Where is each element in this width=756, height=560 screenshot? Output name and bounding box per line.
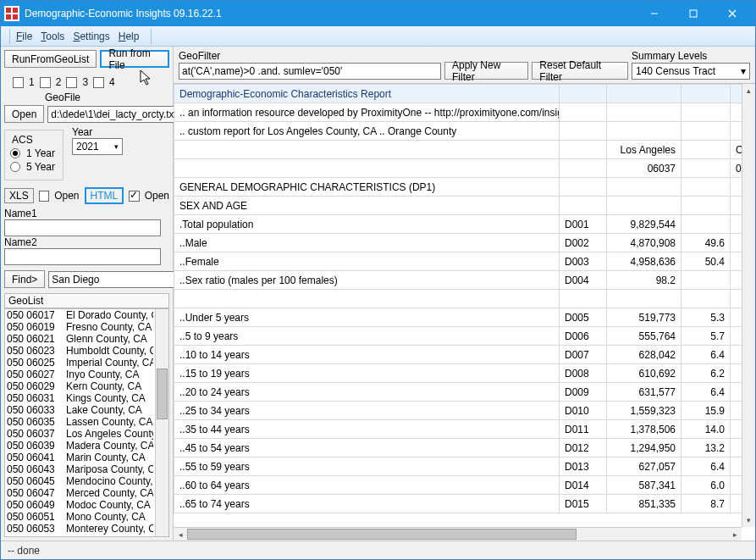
geolist-row[interactable]: 050 06055Napa County, CA [5, 535, 155, 536]
row-code: D003 [560, 252, 607, 271]
grid-row[interactable]: ..5 to 9 yearsD006555,7645.7 [174, 327, 756, 346]
grid-row[interactable] [174, 290, 756, 308]
grid-vertical-scrollbar[interactable]: ▴▾ [742, 84, 755, 527]
find-button[interactable]: Find> [4, 270, 45, 288]
xls-button[interactable]: XLS [4, 188, 34, 203]
geolist[interactable]: 050 06017El Dorado County, CA050 06019Fr… [4, 308, 169, 537]
row-code: D015 [560, 495, 607, 513]
grid-row[interactable]: ..25 to 34 yearsD0101,559,32315.9 [174, 402, 756, 420]
grid-row[interactable]: ..MaleD0024,870,90849.61, [174, 234, 756, 252]
grid-row[interactable]: ..55 to 59 yearsD013627,0576.4 [174, 457, 756, 476]
row-label [174, 290, 560, 308]
col-header-la: Los Angeles [607, 141, 682, 159]
geolist-row[interactable]: 050 06033Lake County, CA [5, 404, 155, 416]
row-label: ..Under 5 years [174, 308, 560, 327]
menu-file[interactable]: File [16, 30, 32, 42]
grid-row[interactable]: ..45 to 54 yearsD0121,294,95013.2 [174, 439, 756, 457]
acs-1year-radio[interactable] [10, 148, 20, 158]
geolist-row[interactable]: 050 06041Marin County, CA [5, 452, 155, 463]
close-button[interactable] [713, 1, 752, 26]
year-label: Year [72, 126, 123, 138]
row-label: ..65 to 74 years [174, 495, 560, 513]
grid-row[interactable]: .Total populationD0019,829,5443, [174, 215, 756, 234]
row-value-1: 555,764 [607, 327, 682, 346]
menu-tools[interactable]: Tools [41, 30, 64, 42]
row-code: D013 [560, 457, 607, 476]
open-geofile-button[interactable]: Open [4, 105, 44, 123]
grid-row[interactable]: ..60 to 64 yearsD014587,3416.0 [174, 476, 756, 495]
apply-filter-button[interactable]: Apply New Filter [444, 62, 528, 80]
row-value-1: 631,577 [607, 383, 682, 402]
geolist-code: 050 06055 [7, 535, 66, 536]
geolist-row[interactable]: 050 06049Modoc County, CA [5, 499, 155, 511]
name2-input[interactable] [4, 248, 161, 265]
geolist-row[interactable]: 050 06031Kings County, CA [5, 392, 155, 404]
grid-row[interactable]: ..Under 5 yearsD005519,7735.3 [174, 308, 756, 327]
html-button[interactable]: HTML [85, 187, 124, 204]
geolist-row[interactable]: 050 06035Lassen County, CA [5, 416, 155, 428]
row-label: ..Sex ratio (males per 100 females) [174, 271, 560, 290]
grid-row[interactable]: ..FemaleD0034,958,63650.41, [174, 252, 756, 271]
geofile-path-input[interactable] [47, 106, 181, 123]
acs-5year-radio[interactable] [10, 162, 20, 172]
run-from-file-button[interactable]: Run from File [100, 50, 169, 68]
find-input[interactable] [48, 271, 182, 288]
scroll-right-icon[interactable]: ▸ [728, 530, 742, 539]
geolist-code: 050 06031 [7, 392, 66, 404]
geolist-row[interactable]: 050 06053Monterey County, CA [5, 523, 155, 535]
row-value-1: 627,057 [607, 457, 682, 476]
geolist-row[interactable]: 050 06045Mendocino County, CA [5, 475, 155, 487]
menu-settings[interactable]: Settings [73, 30, 109, 42]
geofilter-input[interactable] [179, 63, 441, 80]
run-from-geolist-button[interactable]: RunFromGeoList [4, 50, 97, 68]
scrollbar-thumb[interactable] [187, 529, 577, 540]
row-code: D001 [560, 215, 607, 234]
geolist-row[interactable]: 050 06017El Dorado County, CA [5, 309, 155, 321]
geolist-row[interactable]: 050 06043Mariposa County, CA [5, 463, 155, 475]
grid-row[interactable]: ..35 to 44 yearsD0111,378,50614.0 [174, 420, 756, 439]
row-code: D006 [560, 327, 607, 346]
geofilter-label: GeoFilter [179, 50, 441, 62]
menu-help[interactable]: Help [119, 30, 140, 42]
checkbox-3[interactable] [66, 77, 77, 88]
geolist-row[interactable]: 050 06051Mono County, CA [5, 511, 155, 523]
maximize-button[interactable] [674, 1, 713, 26]
xls-open-checkbox[interactable] [39, 191, 49, 202]
scroll-up-icon[interactable]: ▴ [742, 84, 755, 97]
grid-horizontal-scrollbar[interactable]: ◂▸ [174, 527, 742, 541]
row-label: ..45 to 54 years [174, 439, 560, 457]
titlebar[interactable]: Demographic-Economic Insights 09.16.22.1 [1, 1, 755, 26]
grid-row[interactable]: ..Sex ratio (males per 100 females)D0049… [174, 271, 756, 290]
name1-input[interactable] [4, 219, 161, 236]
scroll-down-icon[interactable]: ▾ [742, 513, 755, 527]
checkbox-2[interactable] [40, 77, 51, 88]
geolist-row[interactable]: 050 06047Merced County, CA [5, 487, 155, 499]
year-select[interactable]: 2021▾ [72, 138, 123, 155]
row-value-2: 5.7 [682, 327, 731, 346]
geolist-row[interactable]: 050 06019Fresno County, CA [5, 321, 155, 333]
grid-row[interactable]: ..65 to 74 yearsD015851,3358.7 [174, 495, 756, 513]
scroll-left-icon[interactable]: ◂ [174, 530, 187, 539]
checkbox-1[interactable] [13, 77, 24, 88]
minimize-button[interactable] [635, 1, 674, 26]
html-open-checkbox[interactable] [129, 191, 139, 202]
grid-row[interactable]: ..15 to 19 yearsD008610,6926.2 [174, 364, 756, 383]
geolist-row[interactable]: 050 06039Madera County, CA [5, 440, 155, 452]
geolist-row[interactable]: 050 06023Humboldt County, CA [5, 345, 155, 357]
geolist-row[interactable]: 050 06027Inyo County, CA [5, 369, 155, 380]
geolist-scrollbar[interactable] [155, 309, 168, 536]
scrollbar-thumb[interactable] [157, 369, 168, 419]
geolist-row[interactable]: 050 06021Glenn County, CA [5, 333, 155, 345]
name2-label: Name2 [4, 236, 169, 248]
geolist-code: 050 06027 [7, 369, 66, 380]
summary-levels-select[interactable]: 140 Census Tract▾ [632, 63, 750, 80]
geolist-row[interactable]: 050 06037Los Angeles County, CA [5, 428, 155, 440]
checkbox-4[interactable] [93, 77, 104, 88]
geolist-row[interactable]: 050 06025Imperial County, CA [5, 357, 155, 369]
app-icon [4, 6, 19, 21]
geolist-row[interactable]: 050 06029Kern County, CA [5, 380, 155, 392]
geolist-code: 050 06045 [7, 475, 66, 487]
reset-filter-button[interactable]: Reset Default Filter [532, 62, 628, 80]
grid-row[interactable]: ..20 to 24 yearsD009631,5776.4 [174, 383, 756, 402]
grid-row[interactable]: ..10 to 14 yearsD007628,0426.4 [174, 346, 756, 364]
